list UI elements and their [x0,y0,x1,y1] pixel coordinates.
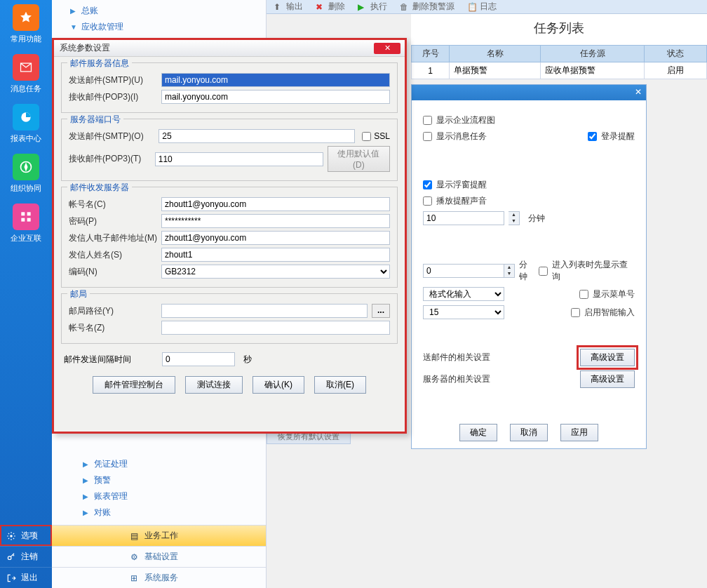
log-icon: 📋 [467,2,477,12]
chk-login[interactable] [588,132,597,141]
dialog-titlebar[interactable]: 系统参数设置 ✕ [54,40,405,57]
svg-point-6 [10,535,13,537]
svg-point-7 [8,556,11,559]
group-legend: 服务器端口号 [67,114,123,126]
tool-execute[interactable]: ▶执行 [358,1,387,13]
sidebar-bottom: 选项 注销 退出 [0,525,52,588]
sidebar-item-report[interactable]: 报表中心 [0,100,52,149]
val15-select[interactable]: 15 [423,305,504,319]
tool-delete-alert[interactable]: 🗑删除预警源 [400,1,454,13]
sidebar-label: 组织协同 [1,183,50,194]
sidebar-item-ent[interactable]: 企业互联 [0,199,52,249]
pop3-port-input[interactable] [155,152,323,166]
sidebar-item-common[interactable]: 常用功能 [0,0,52,50]
confirm-button[interactable]: 确认(K) [252,376,304,394]
group-account: 邮件收发服务器 帐号名(C) 密码(P) 发信人电子邮件地址(M) 发信人姓名(… [61,187,398,288]
col-name[interactable]: 名称 [450,46,541,62]
minutes-input[interactable] [423,211,504,225]
mail-console-button[interactable]: 邮件管理控制台 [93,376,175,394]
post-account-input[interactable] [161,321,390,335]
dialog-title: 系统参数设置 [60,42,110,54]
arrow-right-icon: ▶ [70,7,77,15]
from-address-input[interactable] [161,231,390,245]
options-button[interactable]: 选项 [0,525,52,546]
group-legend: 邮件收发服务器 [67,182,132,194]
use-default-button[interactable]: 使用默认值(D) [328,146,390,172]
sidebar-item-org[interactable]: 组织协同 [0,149,52,199]
exit-label: 退出 [21,572,38,584]
tab-system[interactable]: ⊞系统服务 [52,567,266,588]
ssl-checkbox[interactable] [362,132,371,141]
chk-sound[interactable] [423,196,432,206]
tree-item-receivables[interactable]: ▼应收款管理 [52,19,266,35]
service-icon: ⊞ [129,573,139,583]
task-table: 序号 名称 任务源 状态 1 单据预警 应收单据预警 启用 [411,45,707,79]
tool-log[interactable]: 📋日志 [467,1,497,13]
group-mail-server: 邮件服务器信息 发送邮件(SMTP)(U) 接收邮件(POP3)(I) [61,62,398,113]
ok-button[interactable]: 确定 [459,424,497,441]
spin-buttons[interactable]: ▲▼ [504,264,515,278]
task-list-panel: 任务列表 序号 名称 任务源 状态 1 单据预警 应收单据预警 启用 [411,14,707,79]
sidebar-item-msg[interactable]: 消息任务 [0,50,52,100]
left-sidebar: 常用功能 消息任务 报表中心 组织协同 企业互联 选项 注销 退出 [0,0,52,588]
options-label: 选项 [21,530,38,542]
advanced-server-button[interactable]: 高级设置 [580,370,635,388]
tab-label: 基础设置 [144,551,178,563]
chk-float[interactable] [423,180,432,189]
from-name-input[interactable] [161,248,390,262]
key-icon [6,552,17,563]
pop3-server-input[interactable] [161,90,390,104]
table-row[interactable]: 1 单据预警 应收单据预警 启用 [412,62,707,79]
format-select[interactable]: 格式化输入 [423,287,504,301]
col-seq[interactable]: 序号 [412,46,450,62]
group-port: 服务器端口号 发送邮件(SMTP)(O)SSL 接收邮件(POP3)(T)使用默… [61,119,398,181]
encoding-select[interactable]: GB2312 [161,265,390,279]
chk-msg[interactable] [423,132,432,141]
tree-item-general-ledger[interactable]: ▶总账 [52,3,266,19]
star-icon [13,4,39,31]
cancel-button[interactable]: 取消(E) [314,376,366,394]
tab-label: 业务工作 [144,530,178,542]
tree-item-reconcile[interactable]: ▶对账 [52,505,266,521]
apply-button[interactable]: 应用 [560,424,598,441]
tab-business[interactable]: ▤业务工作 [52,525,266,546]
test-connection-button[interactable]: 测试连接 [185,376,243,394]
interval-input[interactable] [162,352,235,366]
export-icon: ⬆ [274,2,283,12]
cancel-button[interactable]: 取消 [510,424,548,441]
browse-button[interactable]: ... [372,304,390,318]
spin-buttons[interactable]: ▲▼ [509,211,520,225]
close-icon[interactable]: ✕ [635,87,642,97]
sidebar-label: 常用功能 [1,34,50,44]
col-source[interactable]: 任务源 [541,46,645,62]
chk-menu[interactable] [579,290,588,299]
group-legend: 邮局 [67,288,90,300]
chk-smart[interactable] [571,308,580,317]
advanced-mail-button[interactable]: 高级设置 [580,349,635,366]
logout-label: 注销 [21,551,38,563]
tab-basic[interactable]: ⚙基础设置 [52,546,266,567]
close-icon[interactable]: ✕ [374,43,400,54]
num0-input[interactable] [423,264,504,278]
tool-delete[interactable]: ✖删除 [316,1,345,13]
tree-label: 凭证处理 [94,458,128,470]
delete-icon: ✖ [316,2,325,12]
chart-icon [13,104,39,131]
tree-item-alert[interactable]: ▶预警 [52,472,266,488]
logout-button[interactable]: 注销 [0,546,52,567]
exit-button[interactable]: 退出 [0,567,52,588]
tool-export[interactable]: ⬆输出 [274,1,303,13]
smtp-port-input[interactable] [159,129,355,143]
post-path-input[interactable] [161,304,368,318]
arrow-right-icon: ▶ [83,493,90,500]
task-list-title: 任务列表 [411,14,707,45]
smtp-server-input[interactable] [161,73,390,87]
tree-item-voucher[interactable]: ▶凭证处理 [52,456,266,472]
col-status[interactable]: 状态 [645,46,707,62]
chk-list[interactable] [539,267,548,276]
account-input[interactable] [161,197,390,211]
tree-item-reports[interactable]: ▶账表管理 [52,488,266,505]
password-input[interactable] [161,214,390,228]
chk-flow[interactable] [423,116,432,125]
svg-rect-4 [21,218,25,222]
